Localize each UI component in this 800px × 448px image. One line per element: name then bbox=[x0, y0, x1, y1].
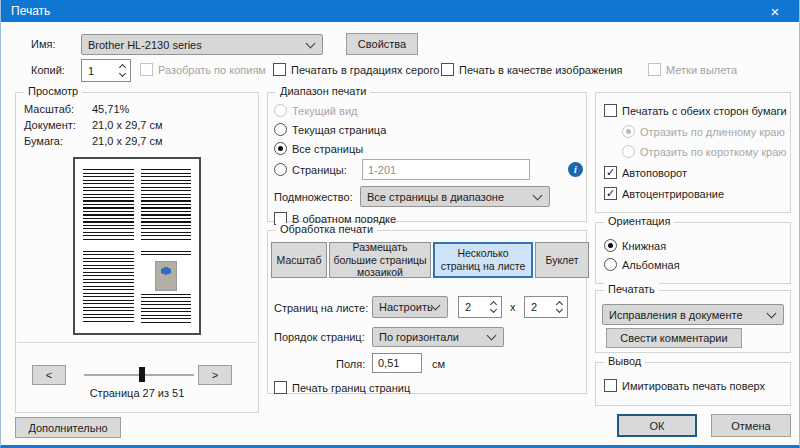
flip-short-edge-radio-label: Отразить по короткому краю bbox=[640, 146, 787, 158]
paper-value: 21,0 x 29,7 см bbox=[92, 135, 163, 147]
copies-stepper[interactable]: 1 bbox=[81, 59, 131, 82]
scale-label: Масштаб: bbox=[24, 103, 74, 115]
page-slider-thumb[interactable] bbox=[139, 367, 145, 382]
both-sides-checkbox-label: Печатать с обеих сторон бумаги bbox=[622, 105, 787, 117]
printer-name-label: Имя: bbox=[31, 38, 55, 50]
radio-circle bbox=[622, 145, 635, 158]
current-view-radio: Текущий вид bbox=[274, 104, 357, 117]
cancel-button[interactable]: Отмена bbox=[711, 414, 791, 437]
page-order-label: Порядок страниц: bbox=[274, 331, 365, 343]
preview-text-lines bbox=[141, 294, 192, 323]
grid-separator: x bbox=[510, 301, 516, 313]
pages-radio[interactable]: Страницы: bbox=[274, 163, 347, 176]
prev-page-button[interactable]: < bbox=[32, 365, 66, 385]
stepper-down-icon[interactable] bbox=[490, 306, 497, 313]
preview-divider bbox=[17, 342, 257, 343]
page-slider[interactable] bbox=[84, 374, 194, 376]
preview-group: Просмотр Масштаб: 45,71% Документ: 21,0 … bbox=[15, 92, 259, 413]
preview-text-lines bbox=[141, 251, 192, 258]
close-icon[interactable]: × bbox=[761, 0, 789, 22]
page-order-value: По горизонтали bbox=[379, 331, 459, 343]
overprint-checkbox-label: Имитировать печать поверх bbox=[622, 380, 765, 392]
radio-circle bbox=[274, 123, 287, 136]
portrait-radio[interactable]: Книжная bbox=[604, 239, 666, 252]
print-what-select[interactable]: Исправления в документе bbox=[602, 304, 784, 325]
flip-long-edge-radio: Отразить по длинному краю bbox=[622, 125, 785, 138]
summarize-comments-button[interactable]: Свести комментарии bbox=[606, 328, 742, 348]
properties-button[interactable]: Свойства bbox=[346, 33, 418, 55]
landscape-radio-label: Альбомная bbox=[622, 259, 680, 271]
landscape-radio[interactable]: Альбомная bbox=[604, 258, 680, 271]
collate-checkbox: Разобрать по копиям bbox=[140, 63, 266, 76]
tab-booklet[interactable]: Буклет bbox=[535, 242, 589, 278]
portrait-radio-label: Книжная bbox=[622, 240, 666, 252]
print-range-group: Диапазон печати Текущий вид Текущая стра… bbox=[267, 92, 587, 222]
tab-size[interactable]: Масштаб bbox=[271, 242, 327, 278]
copies-label: Копий: bbox=[31, 64, 65, 76]
paper-label: Бумага: bbox=[24, 135, 63, 147]
autocenter-checkbox[interactable]: Автоцентрирование bbox=[604, 187, 724, 200]
grayscale-checkbox-label: Печатать в градациях серого bbox=[291, 64, 439, 76]
radio-circle bbox=[622, 125, 635, 138]
window-title: Печать bbox=[11, 4, 50, 18]
pages-per-sheet-select[interactable]: Настроить bbox=[372, 296, 448, 318]
preview-mini-page bbox=[141, 251, 192, 323]
tab-poster[interactable]: Размещать большие страницы мозаикой bbox=[329, 242, 431, 278]
info-icon bbox=[568, 162, 583, 177]
printer-select-value: Brother HL-2130 series bbox=[88, 39, 202, 51]
preview-image bbox=[155, 261, 177, 291]
printer-select[interactable]: Brother HL-2130 series bbox=[81, 34, 323, 55]
grayscale-checkbox[interactable]: Печатать в градациях серого bbox=[273, 63, 439, 76]
margins-input[interactable] bbox=[372, 353, 422, 373]
grid-rows-value: 2 bbox=[531, 301, 537, 313]
autorotate-checkbox[interactable]: Автоповорот bbox=[604, 166, 687, 179]
checkbox-box bbox=[648, 63, 661, 76]
page-borders-checkbox[interactable]: Печать границ страниц bbox=[274, 381, 410, 394]
flip-short-edge-radio: Отразить по короткому краю bbox=[622, 145, 787, 158]
page-handling-group: Обработка печати Масштаб Размещать больш… bbox=[267, 230, 587, 394]
ok-button[interactable]: ОК bbox=[617, 414, 697, 437]
page-status: Страница 27 из 51 bbox=[16, 387, 258, 399]
print-range-group-title: Диапазон печати bbox=[276, 85, 370, 97]
stepper-down-icon[interactable] bbox=[556, 306, 563, 313]
preview-mini-page bbox=[141, 169, 192, 241]
output-group-title: Вывод bbox=[604, 355, 645, 367]
checkbox-box bbox=[604, 166, 617, 179]
duplex-group: Печатать с обеих сторон бумаги Отразить … bbox=[595, 92, 791, 213]
subset-select[interactable]: Все страницы в диапазоне bbox=[360, 186, 550, 207]
scale-value: 45,71% bbox=[92, 103, 129, 115]
pages-radio-label: Страницы: bbox=[292, 164, 347, 176]
print-as-image-checkbox[interactable]: Печать в качестве изображения bbox=[441, 63, 623, 76]
page-borders-checkbox-label: Печать границ страниц bbox=[292, 382, 410, 394]
pages-per-sheet-value: Настроить bbox=[379, 301, 433, 313]
radio-circle bbox=[274, 142, 287, 155]
margins-unit: см bbox=[432, 358, 445, 370]
all-pages-radio[interactable]: Все страницы bbox=[274, 142, 363, 155]
radio-circle bbox=[604, 239, 617, 252]
preview-mini-page bbox=[83, 169, 134, 241]
tab-multiple[interactable]: Несколько страниц на листе bbox=[433, 242, 533, 278]
collate-checkbox-label: Разобрать по копиям bbox=[158, 64, 266, 76]
radio-circle bbox=[604, 258, 617, 271]
page-handling-group-title: Обработка печати bbox=[276, 223, 377, 235]
current-page-radio[interactable]: Текущая страница bbox=[274, 123, 386, 136]
grid-cols-stepper[interactable]: 2 bbox=[458, 296, 502, 318]
overprint-checkbox[interactable]: Имитировать печать поверх bbox=[604, 379, 765, 392]
page-order-select[interactable]: По горизонтали bbox=[372, 327, 504, 347]
margins-label: Поля: bbox=[336, 358, 365, 370]
all-pages-radio-label: Все страницы bbox=[292, 143, 363, 155]
next-page-button[interactable]: > bbox=[198, 365, 232, 385]
print-what-select-value: Исправления в документе bbox=[609, 309, 743, 321]
current-page-radio-label: Текущая страница bbox=[292, 124, 386, 136]
advanced-button[interactable]: Дополнительно bbox=[15, 417, 121, 438]
grid-rows-stepper[interactable]: 2 bbox=[524, 296, 568, 318]
page-handling-tabs: Масштаб Размещать большие страницы мозаи… bbox=[271, 242, 589, 278]
both-sides-checkbox[interactable]: Печатать с обеих сторон бумаги bbox=[604, 104, 787, 117]
stepper-down-icon[interactable] bbox=[119, 70, 126, 77]
print-dialog: Печать × Имя: Brother HL-2130 series Сво… bbox=[0, 0, 800, 448]
current-view-radio-label: Текущий вид bbox=[292, 105, 357, 117]
preview-mini-page bbox=[83, 251, 134, 323]
checkbox-box bbox=[274, 381, 287, 394]
pages-range-input[interactable] bbox=[362, 159, 530, 180]
orientation-group: Ориентация Книжная Альбомная bbox=[595, 222, 791, 284]
